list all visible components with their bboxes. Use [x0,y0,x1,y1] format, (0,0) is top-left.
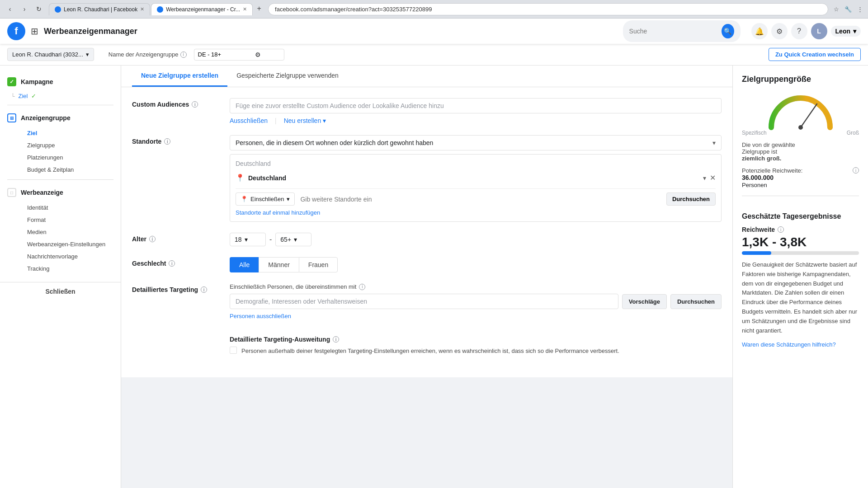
sidebar-format[interactable]: Format [20,214,121,226]
standorte-option-text: Personen, die in diesem Ort wohnen oder … [236,139,433,146]
settings-icon-button[interactable]: ⚙ [771,23,788,39]
panel-link[interactable]: Waren diese Schätzungen hilfreich? [742,341,836,348]
bell-icon-button[interactable]: 🔔 [751,23,768,39]
reichweite-info-icon[interactable]: i [778,226,784,233]
custom-audiences-row: Custom Audiences i Ausschließen | Neu er… [132,98,722,124]
location-tag-chevron[interactable]: ▾ [703,174,706,182]
menu-icon[interactable]: ⋮ [855,5,864,14]
alle-button[interactable]: Alle [230,257,259,272]
sidebar-einstellungen[interactable]: Werbeanzeigen-Einstellungen [20,238,121,250]
extensions-icon[interactable]: 🔧 [844,5,853,14]
sidebar-ziel-item[interactable]: └ Ziel ✓ [11,91,121,101]
potential-info-icon[interactable]: i [853,167,859,174]
search-input[interactable] [629,28,718,35]
browser-tab-1[interactable]: Leon R. Chaudhari | Facebook ✕ [49,3,150,15]
reach-bar-fill [742,251,771,255]
maenner-button[interactable]: Männer [259,257,298,272]
address-text: facebook.com/adsmanager/creation?act=303… [275,6,432,13]
standort-durchsuchen-button[interactable]: Durchsuchen [666,192,716,206]
sidebar-ziel-label: Ziel [19,93,28,99]
sub-header: Leon R. Chaudhari (3032... ▾ Name der An… [0,44,868,66]
grid-icon[interactable]: ⊞ [31,26,38,37]
close-button-sidebar[interactable]: Schließen [0,282,121,300]
user-menu-button[interactable]: Leon ▾ [831,26,861,37]
targeting-control: Einschließlich Personen, die übereinstim… [230,283,722,356]
tagesergebnisse-title: Geschätzte Tagesergebnisse [742,212,859,221]
tab-gespeicherte-zielgruppe[interactable]: Gespeicherte Zielgruppe verwenden [227,66,348,87]
custom-audiences-label: Custom Audiences i [132,98,222,108]
account-dropdown-icon: ▾ [86,51,89,58]
quick-creation-button[interactable]: Zu Quick Creation wechseln [769,48,861,61]
reach-bar [742,251,859,255]
targeting-sublabel-info[interactable]: i [359,284,365,290]
sidebar-tracking[interactable]: Tracking [20,263,121,275]
sidebar-medien[interactable]: Medien [20,226,121,238]
targeting-input[interactable] [230,294,618,309]
reload-button[interactable]: ↻ [33,3,45,15]
geschlecht-info-icon[interactable]: i [169,260,175,267]
expand-checkbox[interactable] [230,347,237,354]
sidebar-budget[interactable]: Budget & Zeitplan [20,164,121,176]
browser-controls[interactable]: ‹ › ↻ [4,3,45,15]
targeting-durchsuchen-button[interactable]: Durchsuchen [670,294,722,309]
werbeanzeige-children: Identität Format Medien Werbeanzeigen-Ei… [0,202,121,275]
alter-min-chevron: ▾ [245,236,248,243]
sidebar-werbeanzeige[interactable]: □ Werbeanzeige [0,183,121,202]
account-selector[interactable]: Leon R. Chaudhari (3032... ▾ [7,48,94,61]
sidebar-zielgruppe[interactable]: Zielgruppe [20,139,121,151]
sidebar-anzeigengruppe[interactable]: ⊞ Anzeigengruppe [0,109,121,127]
tab-neue-zielgruppe[interactable]: Neue Zielgruppe erstellen [132,66,227,87]
panel-title: Zielgruppengröße [742,75,859,84]
help-icon-button[interactable]: ? [791,23,807,39]
app-name: Werbeanzeigenmanager [44,27,619,36]
sidebar-kampagne[interactable]: ✓ Kampagne [0,73,121,91]
audience-actions: Ausschließen | Neu erstellen ▾ [230,117,722,124]
bookmark-icon[interactable]: ☆ [832,5,841,14]
new-tab-button[interactable]: + [254,3,264,14]
standorte-hinzufuegen-link[interactable]: Standorte auf einmal hinzufügen [236,209,320,216]
frauen-button[interactable]: Frauen [299,257,338,272]
expand-title-row: Detaillierte Targeting-Ausweitung i [230,336,722,343]
alter-label: Alter i [132,233,222,243]
sidebar-platzierungen[interactable]: Platzierungen [20,151,121,164]
alter-max-select[interactable]: 65+ ▾ [275,233,311,246]
search-button[interactable]: 🔍 [722,24,734,38]
expand-info-icon[interactable]: i [333,336,339,343]
tab-close-2[interactable]: ✕ [243,6,247,12]
alter-info-icon[interactable]: i [149,236,156,242]
adgroup-info-icon[interactable]: i [180,52,187,58]
campaign-tree: └ Ziel ✓ [0,91,121,101]
einschliessen-select[interactable]: 📍 Einschließen ▾ [236,192,295,206]
tab-close-1[interactable]: ✕ [140,6,144,12]
personen-ausschliessen-link[interactable]: Personen ausschließen [230,313,291,319]
sidebar-identitaet[interactable]: Identität [20,202,121,214]
vorschlaege-button[interactable]: Vorschläge [622,294,667,309]
ausschliessen-link[interactable]: Ausschließen [230,117,268,124]
alter-min-select[interactable]: 18 ▾ [230,233,266,246]
gross-label: Groß [847,130,859,136]
targeting-info-icon[interactable]: i [201,286,207,293]
sidebar-anzeigengruppe-section: ⊞ Anzeigengruppe Ziel Zielgruppe Platzie… [0,109,121,176]
address-bar[interactable]: facebook.com/adsmanager/creation?act=303… [268,3,828,15]
neu-erstellen-dropdown[interactable]: Neu erstellen ▾ [284,117,326,124]
tab-label-1: Leon R. Chaudhari | Facebook [64,6,137,13]
sidebar-ziel2[interactable]: Ziel [20,127,121,139]
adgroup-name-input[interactable] [198,51,252,58]
custom-audiences-input[interactable] [230,98,722,113]
gender-buttons: Alle Männer Frauen [230,257,722,272]
reichweite-row: Reichweite i [742,226,859,233]
adgroup-settings-icon[interactable]: ⚙ [255,51,261,58]
targeting-expand-section: Detaillierte Targeting-Ausweitung i Pers… [230,336,722,356]
location-remove-button[interactable]: ✕ [710,174,716,182]
browser-tab-2[interactable]: Werbeanzeigenmanager - Cr... ✕ [151,3,253,15]
back-button[interactable]: ‹ [4,3,16,15]
sidebar-nachrichtenvorlage[interactable]: Nachrichtenvorlage [20,250,121,263]
standorte-select[interactable]: Personen, die in diesem Ort wohnen oder … [230,135,722,150]
custom-audiences-info-icon[interactable]: i [192,101,198,108]
einschliessen-pin: 📍 [241,196,248,202]
panel-description: Die Genauigkeit der Schätzwerte basiert … [742,260,859,335]
standort-search-input[interactable] [298,194,662,205]
standorte-info-icon[interactable]: i [164,138,170,145]
forward-button[interactable]: › [18,3,31,15]
potential-label-wrap: Potenzielle Reichweite: 36.000.000 Perso… [742,167,802,188]
